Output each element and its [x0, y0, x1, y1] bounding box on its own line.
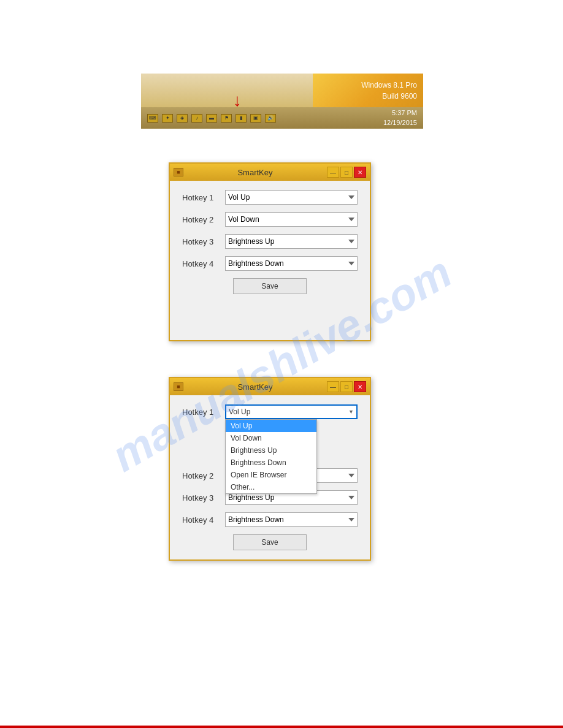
network-tray-icon: ◈: [177, 114, 188, 123]
taskbar-time: 5:37 PM 12/19/2015: [383, 108, 417, 127]
app-icon-symbol-2: ■: [177, 384, 180, 390]
window-2-close-button[interactable]: ✕: [354, 381, 366, 392]
date-display: 12/19/2015: [383, 118, 417, 127]
app-icon-symbol: ■: [177, 169, 180, 175]
window-2-app-icon: ■: [174, 382, 183, 391]
window2-hotkey-1-label: Hotkey 1: [182, 408, 225, 417]
hotkey-1-row: Hotkey 1 Vol Up Vol Down Brightness Up B…: [182, 190, 358, 205]
battery-tray-icon: ▮: [236, 114, 247, 123]
window2-hotkey-1-chevron-icon: ▼: [348, 409, 354, 415]
window2-hotkey-1-row: Hotkey 1 Vol Up ▼ Vol Up Vol Down Bright…: [182, 404, 358, 419]
window-2-controls: — □ ✕: [327, 381, 366, 392]
hotkey-3-row: Hotkey 3 Vol Up Vol Down Brightness Up B…: [182, 234, 358, 249]
keyboard-tray-icon: ⌨: [147, 114, 158, 123]
window-2-body: Hotkey 1 Vol Up ▼ Vol Up Vol Down Bright…: [170, 395, 370, 559]
window2-hotkey-1-dropdown-container: Vol Up ▼ Vol Up Vol Down Brightness Up B…: [225, 404, 358, 419]
hotkey-4-row: Hotkey 4 Vol Up Vol Down Brightness Up B…: [182, 256, 358, 271]
window-2-titlebar: ■ SmartKey — □ ✕: [170, 378, 370, 395]
window2-hotkey-4-label: Hotkey 4: [182, 515, 225, 525]
window2-hotkey-1-select-display[interactable]: Vol Up ▼: [225, 404, 358, 419]
window2-hotkey-4-select[interactable]: Vol Up Vol Down Brightness Up Brightness…: [225, 512, 358, 527]
window2-hotkey-3-label: Hotkey 3: [182, 493, 225, 502]
time-display: 5:37 PM: [383, 108, 417, 118]
hotkey-2-row: Hotkey 2 Vol Up Vol Down Brightness Up B…: [182, 212, 358, 227]
smartkey-window-1: ■ SmartKey — □ ✕ Hotkey 1 Vol Up Vol Dow…: [169, 162, 371, 341]
speaker-tray-icon: 🔊: [265, 114, 276, 123]
window2-hotkey-4-row: Hotkey 4 Vol Up Vol Down Brightness Up B…: [182, 512, 358, 527]
save-button-row-2: Save: [182, 534, 358, 550]
windows-build-line: Build 9600: [361, 91, 417, 102]
hotkey-3-label: Hotkey 3: [182, 237, 225, 246]
smartkey-window-2: ■ SmartKey — □ ✕ Hotkey 1 Vol Up ▼ Vol U…: [169, 377, 371, 561]
save-button-2[interactable]: Save: [233, 534, 307, 550]
window-2-minimize-button[interactable]: —: [327, 381, 339, 392]
dropdown-option-other[interactable]: Other...: [226, 481, 316, 493]
hotkey-2-label: Hotkey 2: [182, 215, 225, 224]
taskbar-background: Windows 8.1 Pro Build 9600 ↓ ⌨ ✦ ◈ ♪ ▬ ⚑…: [141, 74, 423, 129]
dropdown-option-brightup[interactable]: Brightness Up: [226, 444, 316, 457]
window-1-minimize-button[interactable]: —: [327, 167, 339, 178]
taskbar-section: Windows 8.1 Pro Build 9600 ↓ ⌨ ✦ ◈ ♪ ▬ ⚑…: [141, 74, 423, 129]
dropdown-option-ie[interactable]: Open IE Browser: [226, 469, 316, 481]
window-1-maximize-button[interactable]: □: [340, 167, 353, 178]
hotkey-3-select[interactable]: Vol Up Vol Down Brightness Up Brightness…: [225, 234, 358, 249]
window2-hotkey-1-selected-value: Vol Up: [229, 408, 348, 416]
bluetooth-tray-icon: ✦: [162, 114, 173, 123]
window-2-maximize-button[interactable]: □: [340, 381, 353, 392]
save-button-1[interactable]: Save: [233, 278, 307, 294]
windows-version: Windows 8.1 Pro Build 9600: [361, 80, 417, 102]
hotkey-1-select[interactable]: Vol Up Vol Down Brightness Up Brightness…: [225, 190, 358, 205]
window2-hotkey-2-label: Hotkey 2: [182, 471, 225, 480]
flag-tray-icon: ⚑: [221, 114, 232, 123]
window-1-title: SmartKey: [183, 168, 327, 177]
dropdown-option-volup[interactable]: Vol Up: [226, 420, 316, 432]
dropdown-option-voldown[interactable]: Vol Down: [226, 432, 316, 444]
volume-tray-icon: ♪: [191, 114, 202, 123]
window-1-close-button[interactable]: ✕: [354, 167, 366, 178]
window-1-body: Hotkey 1 Vol Up Vol Down Brightness Up B…: [170, 181, 370, 340]
window-1-titlebar: ■ SmartKey — □ ✕: [170, 164, 370, 181]
hotkey-1-label: Hotkey 1: [182, 193, 225, 202]
system-tray-icons: ⌨ ✦ ◈ ♪ ▬ ⚑ ▮ ▣ 🔊: [147, 114, 276, 123]
monitor-tray-icon: ▬: [206, 114, 217, 123]
hotkey-4-label: Hotkey 4: [182, 259, 225, 268]
hotkey-2-select[interactable]: Vol Up Vol Down Brightness Up Brightness…: [225, 212, 358, 227]
signal-tray-icon: ▣: [250, 114, 261, 123]
window-1-app-icon: ■: [174, 168, 183, 176]
bottom-line: [0, 726, 563, 728]
save-button-row-1: Save: [182, 278, 358, 294]
taskbar-bar: ⌨ ✦ ◈ ♪ ▬ ⚑ ▮ ▣ 🔊 5:37 PM 12/19/2015: [141, 107, 423, 129]
window-2-title: SmartKey: [183, 382, 327, 392]
window2-hotkey-1-dropdown-popup: Vol Up Vol Down Brightness Up Brightness…: [225, 419, 317, 494]
hotkey-4-select[interactable]: Vol Up Vol Down Brightness Up Brightness…: [225, 256, 358, 271]
windows-version-line1: Windows 8.1 Pro: [361, 80, 417, 91]
window-1-controls: — □ ✕: [327, 167, 366, 178]
dropdown-option-brightdown[interactable]: Brightness Down: [226, 457, 316, 469]
